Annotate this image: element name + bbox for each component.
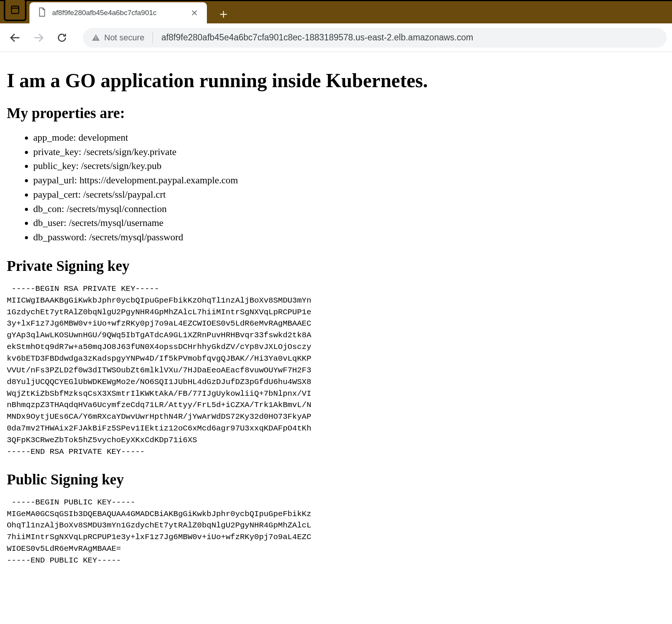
list-item: public_key: /secrets/sign/key.pub [33,159,665,173]
list-item: app_mode: development [33,131,665,145]
svg-rect-0 [11,6,19,14]
reload-button[interactable] [52,28,72,48]
properties-list: app_mode: development private_key: /secr… [7,131,665,244]
back-button[interactable] [5,28,25,48]
browser-titlebar: af8f9fe280afb45e4a6bc7cfa901c [0,0,672,23]
public-key-heading: Public Signing key [7,471,665,488]
tab-title: af8f9fe280afb45e4a6bc7cfa901c [52,9,183,17]
private-key-block: -----BEGIN RSA PRIVATE KEY----- MIICWgIB… [7,283,665,458]
url-text: af8f9fe280afb45e4a6bc7cfa901c8ec-1883189… [161,32,473,43]
svg-rect-8 [96,37,96,38]
page-content: I am a GO application running inside Kub… [0,52,672,582]
properties-heading: My properties are: [7,105,665,121]
page-title: I am a GO application running inside Kub… [7,69,665,92]
divider [153,32,153,43]
public-key-block: -----BEGIN PUBLIC KEY----- MIGeMA0GCSqGS… [7,497,665,567]
file-icon [38,7,46,18]
new-tab-button[interactable] [214,5,233,23]
address-bar[interactable]: Not secure af8f9fe280afb45e4a6bc7cfa901c… [83,28,667,48]
list-item: db_con: /secrets/mysql/connection [33,202,665,216]
security-indicator[interactable]: Not secure [91,33,144,43]
list-item: db_user: /secrets/mysql/username [33,216,665,230]
security-label: Not secure [104,33,144,43]
warning-icon [91,33,100,42]
list-item: db_password: /secrets/mysql/password [33,230,665,244]
close-tab-button[interactable] [190,8,199,18]
forward-button[interactable] [29,28,48,48]
private-key-heading: Private Signing key [7,257,665,274]
list-item: private_key: /secrets/sign/key.private [33,145,665,159]
svg-rect-9 [96,39,96,40]
list-item: paypal_cert: /secrets/ssl/paypal.crt [33,188,665,202]
browser-tab-active[interactable]: af8f9fe280afb45e4a6bc7cfa901c [29,2,207,23]
list-item: paypal_url: https://development.paypal.e… [33,173,665,188]
window-system-icon[interactable] [4,0,26,21]
browser-toolbar: Not secure af8f9fe280afb45e4a6bc7cfa901c… [0,23,672,52]
